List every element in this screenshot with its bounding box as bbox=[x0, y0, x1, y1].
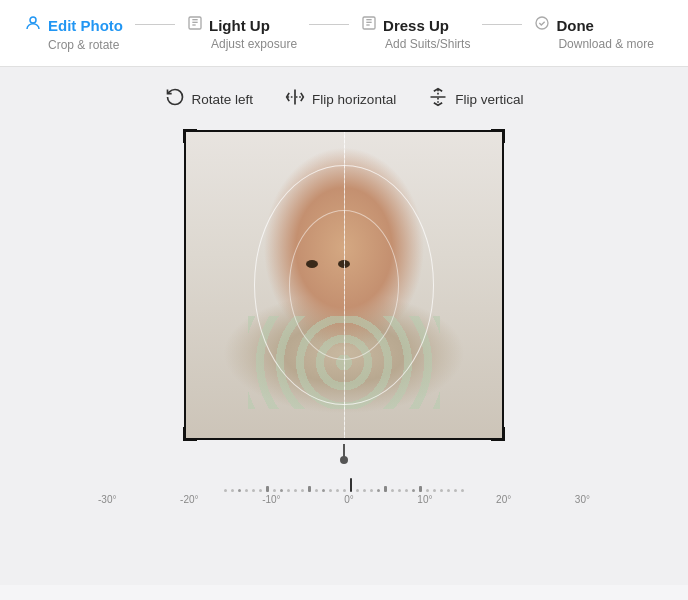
step-light-up[interactable]: Light Up Adjust exposure bbox=[187, 15, 297, 51]
step-dress-up[interactable]: Dress Up Add Suits/Shirts bbox=[361, 15, 470, 51]
done-subtitle: Download & more bbox=[558, 37, 653, 51]
light-up-subtitle: Adjust exposure bbox=[211, 37, 297, 51]
flip-horizontal-button[interactable]: Flip horizontal bbox=[285, 87, 396, 112]
ruler-label-0: 0° bbox=[344, 494, 354, 505]
step-title-row-2: Light Up bbox=[187, 15, 270, 35]
check-circle-icon bbox=[534, 15, 550, 35]
corner-handle-br[interactable] bbox=[491, 427, 505, 441]
crop-canvas[interactable] bbox=[184, 130, 504, 440]
dress-up-title: Dress Up bbox=[383, 17, 449, 34]
ruler-label-n30: -30° bbox=[98, 494, 116, 505]
light-up-title: Light Up bbox=[209, 17, 270, 34]
person-icon bbox=[24, 14, 42, 36]
main-area: Rotate left Flip horizontal Flip vertica… bbox=[0, 67, 688, 585]
svg-point-9 bbox=[536, 17, 548, 29]
step-title-row-3: Dress Up bbox=[361, 15, 449, 35]
step-title-row-4: Done bbox=[534, 15, 594, 35]
edit-photo-title: Edit Photo bbox=[48, 17, 123, 34]
svg-point-0 bbox=[30, 17, 36, 23]
ruler-label-n10: -10° bbox=[262, 494, 280, 505]
ruler-label-20: 20° bbox=[496, 494, 511, 505]
ruler-label-n20: -20° bbox=[180, 494, 198, 505]
rotate-left-label: Rotate left bbox=[192, 92, 254, 107]
rotate-left-button[interactable]: Rotate left bbox=[165, 87, 254, 112]
step-edit-photo[interactable]: Edit Photo Crop & rotate bbox=[24, 14, 123, 52]
step-done[interactable]: Done Download & more bbox=[534, 15, 653, 51]
flip-vertical-button[interactable]: Flip vertical bbox=[428, 87, 523, 112]
divider-3 bbox=[482, 24, 522, 25]
edit-toolbar: Rotate left Flip horizontal Flip vertica… bbox=[165, 87, 524, 112]
flip-vertical-icon bbox=[428, 87, 448, 112]
rotate-left-icon bbox=[165, 87, 185, 112]
divider-2 bbox=[309, 24, 349, 25]
rotate-handle[interactable] bbox=[343, 444, 345, 460]
ruler-labels: -30° -20° -10° 0° 10° 20° 30° bbox=[94, 494, 594, 505]
ruler-label-30: 30° bbox=[575, 494, 590, 505]
edit-photo-subtitle: Crop & rotate bbox=[48, 38, 119, 52]
corner-handle-bl[interactable] bbox=[183, 427, 197, 441]
corner-handle-tl[interactable] bbox=[183, 129, 197, 143]
dress-up-subtitle: Add Suits/Shirts bbox=[385, 37, 470, 51]
divider-1 bbox=[135, 24, 175, 25]
ruler-dots-row bbox=[94, 472, 594, 492]
step-title-row: Edit Photo bbox=[24, 14, 123, 36]
crop-border[interactable] bbox=[184, 130, 504, 440]
angle-ruler[interactable]: -30° -20° -10° 0° 10° 20° 30° bbox=[94, 472, 594, 505]
flip-horizontal-icon bbox=[285, 87, 305, 112]
flip-vertical-label: Flip vertical bbox=[455, 92, 523, 107]
done-title: Done bbox=[556, 17, 594, 34]
sun-icon bbox=[187, 15, 203, 35]
corner-handle-tr[interactable] bbox=[491, 129, 505, 143]
ruler-label-10: 10° bbox=[417, 494, 432, 505]
flip-horizontal-label: Flip horizontal bbox=[312, 92, 396, 107]
header: Edit Photo Crop & rotate Light Up Adjust… bbox=[0, 0, 688, 67]
shirt-icon bbox=[361, 15, 377, 35]
